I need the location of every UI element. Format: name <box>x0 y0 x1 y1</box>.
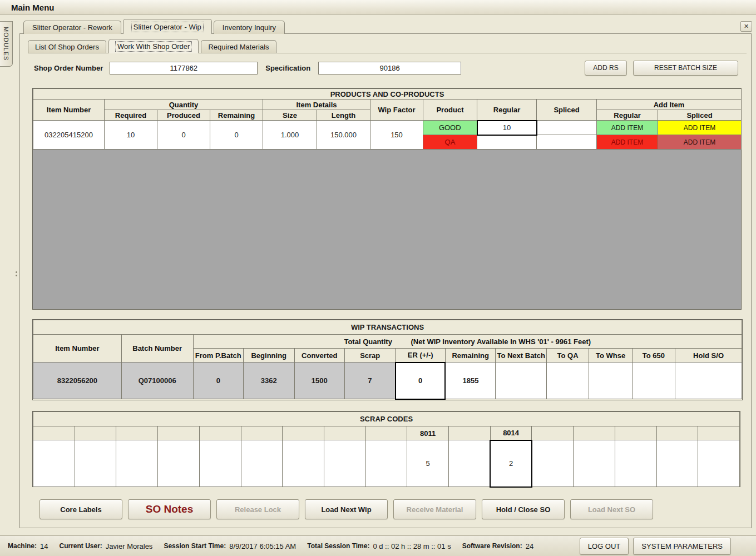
hold-close-so-button[interactable]: Hold / Close SO <box>482 499 565 519</box>
scrap-value-cell[interactable] <box>75 440 116 487</box>
spliced-qa-input-cell[interactable] <box>537 135 597 150</box>
tab-label: Work With Shop Order <box>116 42 192 51</box>
tab-label: Inventory Inquiry <box>223 23 276 32</box>
scrap-code-header <box>324 426 365 440</box>
size-cell: 1.000 <box>263 121 317 150</box>
scrap-value-cell[interactable] <box>532 440 574 487</box>
col-header-to-qa: To QA <box>546 349 589 363</box>
scrap-value-cell[interactable] <box>33 440 75 487</box>
scrap-value-cell[interactable] <box>656 440 698 487</box>
col-header-spliced: Spliced <box>537 100 597 121</box>
wip-er-input-cell[interactable]: 0 <box>396 363 445 399</box>
tab-slitter-operator-rework[interactable]: Slitter Operator - Rework <box>23 21 121 34</box>
wip-remaining-cell: 1855 <box>445 363 495 399</box>
col-header-to-650: To 650 <box>632 349 675 363</box>
scrap-value-cell[interactable] <box>241 440 283 487</box>
wip-to-whse-input-cell[interactable] <box>589 363 632 399</box>
products-table: PRODUCTS AND CO-PRODUCTS Item Number Qua… <box>33 88 742 150</box>
close-icon[interactable]: ✕ <box>740 21 752 32</box>
system-parameters-button[interactable]: SYSTEM PARAMETERS <box>633 538 731 555</box>
wip-table: WIP TRANSACTIONS Item Number Batch Numbe… <box>33 320 742 400</box>
scrap-code-header-8011: 8011 <box>407 426 449 440</box>
tab-inventory-inquiry[interactable]: Inventory Inquiry <box>214 21 285 34</box>
tab-work-with-shop-order[interactable]: Work With Shop Order <box>108 39 199 53</box>
add-item-regular-qa-button[interactable]: ADD ITEM <box>597 135 658 150</box>
scrap-code-header <box>241 426 283 440</box>
log-out-button[interactable]: LOG OUT <box>580 538 629 555</box>
col-header-converted: Converted <box>294 349 344 363</box>
receive-material-button: Receive Material <box>393 499 476 519</box>
scrap-code-header <box>199 426 241 440</box>
total-quantity-label: Total Quantity <box>344 337 392 346</box>
shop-order-number-input[interactable] <box>110 62 258 75</box>
col-header-beginning: Beginning <box>244 349 294 363</box>
scrap-value-cell[interactable] <box>698 440 740 487</box>
col-header-batch-number: Batch Number <box>121 335 193 363</box>
col-header-to-whse: To Whse <box>589 349 632 363</box>
scrap-code-header <box>158 426 200 440</box>
session-start-value: 8/9/2017 6:05:15 AM <box>229 542 296 550</box>
software-revision-label: Software Revision: <box>462 542 522 550</box>
scrap-value-cell[interactable] <box>324 440 365 487</box>
tab-required-materials[interactable]: Required Materials <box>201 40 276 53</box>
core-labels-button[interactable]: Core Labels <box>39 499 122 519</box>
shop-order-form: Shop Order Number Specification ADD RS R… <box>34 60 738 76</box>
wip-to-qa-input-cell[interactable] <box>546 363 589 399</box>
scrap-value-cell[interactable] <box>574 440 615 487</box>
modules-side-tab[interactable]: MODULES <box>0 21 13 67</box>
wip-converted-cell: 1500 <box>294 363 344 399</box>
product-qa-cell: QA <box>423 135 477 150</box>
reset-batch-size-button[interactable]: RESET BATCH SIZE <box>633 61 738 76</box>
scrap-value-cell[interactable] <box>158 440 200 487</box>
scrap-value-cell[interactable] <box>365 440 407 487</box>
scrap-value-cell[interactable] <box>116 440 158 487</box>
splitter-grip[interactable] <box>16 271 17 276</box>
products-title: PRODUCTS AND CO-PRODUCTS <box>33 89 742 100</box>
regular-good-input-cell[interactable]: 10 <box>477 121 537 135</box>
required-cell: 10 <box>105 121 157 150</box>
product-good-cell: GOOD <box>423 121 477 135</box>
release-lock-button: Release Lock <box>216 499 299 519</box>
scrap-value-cell[interactable] <box>615 440 656 487</box>
scrap-value-cell[interactable] <box>199 440 241 487</box>
add-item-spliced-qa-button[interactable]: ADD ITEM <box>658 135 742 150</box>
window-title: Main Menu <box>11 3 55 12</box>
scrap-code-header <box>116 426 158 440</box>
wip-item-number-cell: 8322056200 <box>33 363 122 399</box>
add-rs-button[interactable]: ADD RS <box>585 61 627 76</box>
session-total-label: Total Session Time: <box>307 542 369 550</box>
tab-list-of-shop-orders[interactable]: List Of Shop Orders <box>28 40 106 53</box>
wip-title: WIP TRANSACTIONS <box>33 320 742 335</box>
scrap-code-header <box>283 426 324 440</box>
spliced-good-input-cell[interactable] <box>537 121 597 135</box>
wip-factor-cell: 150 <box>370 121 423 150</box>
col-header-from-p-batch: From P.Batch <box>193 349 243 363</box>
col-header-length: Length <box>317 110 370 121</box>
so-notes-button[interactable]: SO Notes <box>128 499 211 519</box>
main-panel: List Of Shop Orders Work With Shop Order… <box>19 33 752 528</box>
add-item-spliced-good-button[interactable]: ADD ITEM <box>658 121 742 135</box>
scrap-value-cell[interactable] <box>449 440 491 487</box>
scrap-code-header-8014: 8014 <box>490 426 532 440</box>
regular-qa-input-cell[interactable] <box>477 135 537 150</box>
wip-beginning-cell: 3362 <box>244 363 294 399</box>
scrap-value-cell[interactable] <box>283 440 324 487</box>
specification-input[interactable] <box>318 62 461 75</box>
status-bar: Machine: 14 Current User: Javier Morales… <box>0 535 756 556</box>
sub-tab-strip: List Of Shop Orders Work With Shop Order… <box>28 39 747 53</box>
scrap-value-cell-8014[interactable]: 2 <box>490 440 532 487</box>
wip-hold-so-input-cell[interactable] <box>675 363 742 399</box>
col-header-remaining: Remaining <box>210 110 263 121</box>
col-header-scrap: Scrap <box>344 349 395 363</box>
col-header-er: ER (+/-) <box>396 349 445 363</box>
wip-to-650-input-cell[interactable] <box>632 363 675 399</box>
tab-slitter-operator-wip[interactable]: Slitter Operator - Wip <box>123 19 212 34</box>
add-item-regular-good-button[interactable]: ADD ITEM <box>597 121 658 135</box>
col-header-to-next-batch: To Next Batch <box>496 349 546 363</box>
scrap-code-header <box>698 426 740 440</box>
wip-to-next-batch-input-cell[interactable] <box>496 363 546 399</box>
tab-label: List Of Shop Orders <box>35 43 99 51</box>
load-next-wip-button[interactable]: Load Next Wip <box>305 499 388 519</box>
scrap-value-cell-8011[interactable]: 5 <box>407 440 449 487</box>
col-header-product: Product <box>423 100 477 121</box>
